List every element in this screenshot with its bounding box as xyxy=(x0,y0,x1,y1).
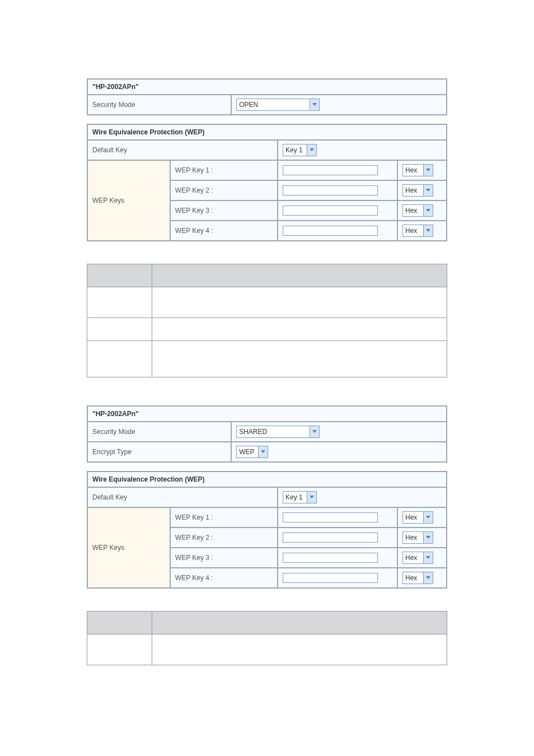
wep-key-1-type-select[interactable]: Hex xyxy=(402,511,433,524)
wep-key-1-type-select[interactable]: Hex xyxy=(402,164,433,176)
wep-key-3-type-select[interactable]: Hex xyxy=(402,204,433,217)
chevron-down-icon xyxy=(423,165,433,176)
wep-key-4-input[interactable] xyxy=(283,226,378,236)
chevron-down-icon xyxy=(310,99,319,110)
info-cell xyxy=(152,634,447,665)
ssid-header: "HP-2002APn" xyxy=(88,80,446,94)
info-header-cell xyxy=(87,264,152,287)
info-cell xyxy=(87,634,152,665)
wep-key-label: WEP Key 2 : xyxy=(171,528,277,547)
encrypt-type-label: Encrypt Type xyxy=(88,442,231,461)
security-mode-label: Security Mode xyxy=(88,95,231,114)
wep-key-2-type-select[interactable]: Hex xyxy=(402,531,433,544)
chevron-down-icon xyxy=(307,492,316,503)
wep-header: Wire Equivalence Protection (WEP) xyxy=(88,125,446,139)
default-key-select[interactable]: Key 1 xyxy=(283,144,317,156)
info-cell xyxy=(87,287,152,318)
wep-key-2-input[interactable] xyxy=(283,185,378,195)
info-cell xyxy=(152,341,447,377)
info-cell xyxy=(87,341,152,377)
wep-key-1-input[interactable] xyxy=(283,165,378,175)
default-key-label: Default Key xyxy=(88,141,277,160)
info-cell xyxy=(152,287,447,318)
wep-key-label: WEP Key 2 : xyxy=(171,181,277,200)
security-mode-select[interactable]: OPEN xyxy=(236,99,320,111)
ssid-security-table-shared: "HP-2002APn" Security Mode SHARED Encryp… xyxy=(87,405,447,463)
wep-key-label: WEP Key 3 : xyxy=(171,548,277,567)
info-table-1 xyxy=(87,264,447,377)
info-header-cell xyxy=(152,264,447,287)
wep-key-label: WEP Key 1 : xyxy=(171,508,277,527)
wep-key-1-input[interactable] xyxy=(283,512,378,522)
chevron-down-icon xyxy=(423,552,433,563)
info-header-cell xyxy=(152,612,447,634)
chevron-down-icon xyxy=(423,185,433,196)
wep-key-4-type-select[interactable]: Hex xyxy=(402,572,433,584)
info-cell xyxy=(87,318,152,341)
default-key-label: Default Key xyxy=(88,488,277,507)
wep-key-3-input[interactable] xyxy=(283,553,378,563)
info-header-cell xyxy=(87,612,152,634)
info-cell xyxy=(152,318,447,341)
chevron-down-icon xyxy=(423,225,433,236)
chevron-down-icon xyxy=(310,426,319,437)
wep-keys-label: WEP Keys xyxy=(88,508,170,587)
ssid-header: "HP-2002APn" xyxy=(88,407,446,421)
info-table-2 xyxy=(87,611,447,665)
security-mode-label: Security Mode xyxy=(88,422,231,441)
wep-key-4-input[interactable] xyxy=(283,573,378,583)
wep-table-open: Wire Equivalence Protection (WEP) Defaul… xyxy=(87,124,447,241)
default-key-select[interactable]: Key 1 xyxy=(283,491,317,503)
chevron-down-icon xyxy=(423,572,433,584)
wep-key-3-type-select[interactable]: Hex xyxy=(402,552,433,564)
wep-keys-label: WEP Keys xyxy=(88,161,170,240)
ssid-security-table-open: "HP-2002APn" Security Mode OPEN xyxy=(87,78,447,115)
wep-key-4-type-select[interactable]: Hex xyxy=(402,225,433,237)
chevron-down-icon xyxy=(258,446,268,458)
wep-table-shared: Wire Equivalence Protection (WEP) Defaul… xyxy=(87,471,447,589)
wep-key-label: WEP Key 4 : xyxy=(171,221,277,240)
chevron-down-icon xyxy=(423,532,433,543)
chevron-down-icon xyxy=(423,205,433,216)
chevron-down-icon xyxy=(423,512,433,523)
wep-key-3-input[interactable] xyxy=(283,206,378,216)
chevron-down-icon xyxy=(307,144,316,156)
wep-key-2-type-select[interactable]: Hex xyxy=(402,184,433,197)
security-mode-select[interactable]: SHARED xyxy=(236,426,320,438)
wep-key-label: WEP Key 3 : xyxy=(171,201,277,220)
wep-key-2-input[interactable] xyxy=(283,533,378,543)
wep-key-label: WEP Key 4 : xyxy=(171,568,277,587)
wep-key-label: WEP Key 1 : xyxy=(171,161,277,180)
wep-header: Wire Equivalence Protection (WEP) xyxy=(88,472,446,487)
encrypt-type-select[interactable]: WEP xyxy=(236,446,268,458)
